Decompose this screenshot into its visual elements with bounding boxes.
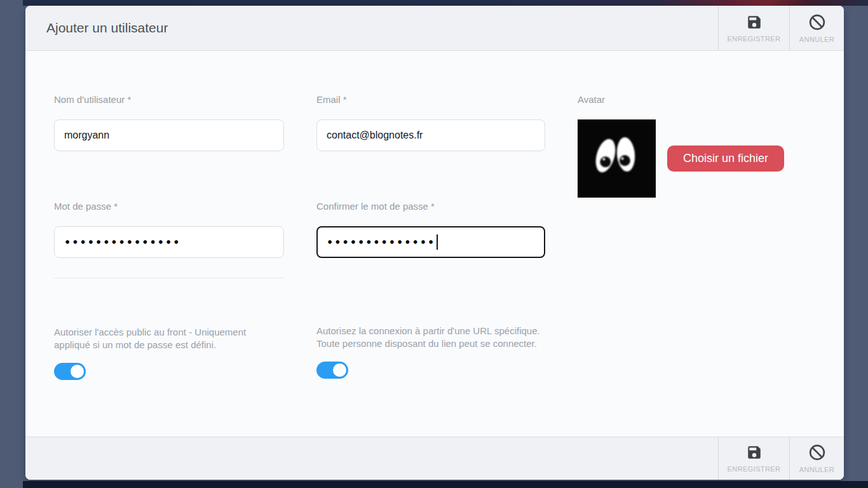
toggle-knob bbox=[71, 365, 84, 378]
save-icon bbox=[746, 444, 763, 461]
page-title: Ajouter un utilisateur bbox=[46, 20, 168, 36]
avatar-row: Choisir un fichier bbox=[578, 119, 815, 198]
url-login-description: Autorisez la connexion à partir d'une UR… bbox=[316, 325, 545, 350]
toggle-knob bbox=[333, 363, 346, 377]
window-top-edge bbox=[23, 0, 868, 6]
user-form: Nom d'utilisateur * Mot de passe * •••••… bbox=[25, 51, 844, 437]
form-column-left: Nom d'utilisateur * Mot de passe * •••••… bbox=[54, 94, 284, 380]
confirm-password-masked-value: •••••••••••••• bbox=[327, 236, 435, 248]
public-access-section: Autoriser l'accès public au front - Uniq… bbox=[54, 326, 284, 380]
save-button[interactable]: ENREGISTRER bbox=[718, 6, 789, 50]
form-column-middle: Email * Confirmer le mot de passe * ••••… bbox=[316, 94, 545, 379]
save-icon bbox=[746, 14, 763, 30]
save-button-label: ENREGISTRER bbox=[728, 465, 781, 473]
email-input[interactable] bbox=[316, 119, 545, 151]
password-input[interactable]: ••••••••••••••• bbox=[54, 226, 284, 258]
username-input[interactable] bbox=[54, 119, 284, 151]
add-user-panel: Ajouter un utilisateur ENREGISTRER ANNUL… bbox=[25, 6, 844, 480]
avatar-label: Avatar bbox=[578, 94, 815, 105]
window-bottom-edge bbox=[23, 481, 868, 488]
cancel-button-label: ANNULER bbox=[799, 466, 834, 473]
form-column-right: Avatar Choisir un fichier bbox=[578, 94, 815, 198]
password-masked-value: ••••••••••••••• bbox=[64, 236, 180, 248]
username-label: Nom d'utilisateur * bbox=[54, 94, 284, 105]
public-access-description: Autoriser l'accès public au front - Uniq… bbox=[54, 326, 284, 351]
cancel-button[interactable]: ANNULER bbox=[789, 6, 844, 50]
save-button-footer[interactable]: ENREGISTRER bbox=[718, 437, 789, 480]
avatar-eye-left bbox=[592, 137, 619, 175]
header-toolbar: Ajouter un utilisateur ENREGISTRER ANNUL… bbox=[25, 6, 844, 51]
footer-toolbar: ENREGISTRER ANNULER bbox=[25, 437, 844, 480]
save-button-label: ENREGISTRER bbox=[728, 35, 781, 43]
avatar-pupil bbox=[599, 155, 612, 168]
url-login-section: Autorisez la connexion à partir d'une UR… bbox=[316, 325, 545, 379]
footer-actions: ENREGISTRER ANNULER bbox=[718, 437, 844, 480]
url-login-toggle[interactable] bbox=[316, 362, 348, 379]
cancel-icon bbox=[808, 444, 826, 461]
cancel-button-label: ANNULER bbox=[799, 36, 834, 43]
text-cursor bbox=[437, 234, 438, 250]
avatar-preview-image bbox=[578, 119, 656, 198]
password-label: Mot de passe * bbox=[54, 201, 284, 212]
confirm-password-label: Confirmer le mot de passe * bbox=[316, 201, 545, 212]
avatar-pupil bbox=[619, 154, 630, 166]
email-label: Email * bbox=[316, 94, 545, 105]
avatar-eye-right bbox=[616, 137, 637, 172]
cancel-button-footer[interactable]: ANNULER bbox=[789, 437, 844, 480]
section-divider bbox=[54, 278, 284, 278]
confirm-password-input[interactable]: •••••••••••••• bbox=[316, 226, 545, 258]
public-access-toggle[interactable] bbox=[54, 363, 86, 380]
header-actions: ENREGISTRER ANNULER bbox=[718, 6, 844, 50]
cancel-icon bbox=[808, 13, 826, 31]
choose-file-button[interactable]: Choisir un fichier bbox=[667, 146, 784, 172]
